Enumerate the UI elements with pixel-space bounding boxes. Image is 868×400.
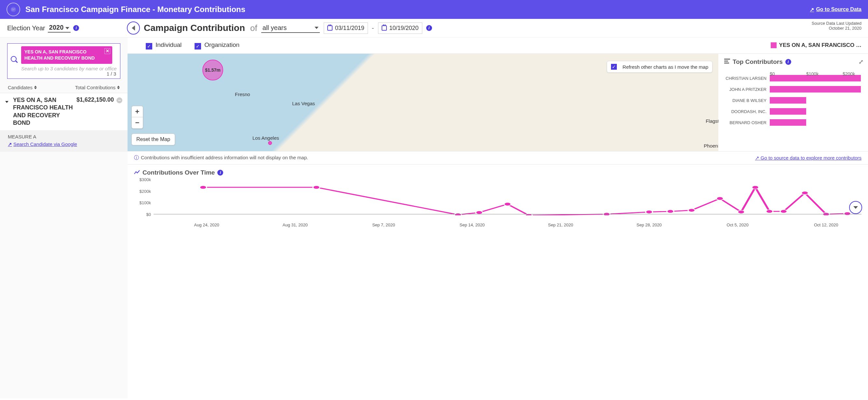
chevron-down-icon [65,27,69,29]
external-link-icon [810,6,814,13]
expand-row-icon[interactable] [5,98,10,104]
reset-map-button[interactable]: Reset the Map [131,134,175,145]
search-count: 1 / 3 [107,71,116,77]
organization-checkbox[interactable]: ✓Organization [194,41,240,50]
zoom-out-button[interactable]: − [132,117,143,128]
date-from-input[interactable]: 03/11/2019 [324,23,368,34]
sort-icon [117,86,120,89]
calendar-icon [382,25,387,31]
remove-candidate-button[interactable]: − [117,97,122,103]
map-label: Los Angeles [252,135,279,141]
zoom-in-button[interactable]: + [132,106,143,117]
svg-point-0 [200,186,207,189]
external-link-icon [755,155,760,161]
filter-subheader: Election Year 2020 i Campaign Contributi… [0,19,868,37]
info-outline-icon: ⓘ [134,155,139,160]
svg-point-8 [667,210,674,213]
svg-point-17 [844,212,851,215]
svg-point-9 [688,208,695,212]
svg-point-4 [504,202,511,205]
selected-candidate-chip: YES ON A, SAN FRANCISCO HEALTH AND RECOV… [21,46,112,64]
source-data-link[interactable]: Go to Source Data [810,6,862,13]
date-range-separator: - [372,24,374,32]
contributor-bar[interactable]: DOORDASH, INC. [724,108,862,115]
bar-chart-icon [724,58,730,65]
map-label: Fresno [235,91,250,97]
app-header: SF San Francisco Campaign Finance - Mone… [0,0,868,19]
svg-point-10 [716,197,723,200]
svg-point-12 [752,186,759,189]
contributions-time-chart: $0$100k$200k$300k Aug 24, 2020Aug 31, 20… [154,179,862,225]
candidate-table-header: Candidates Total Contributions [0,82,127,93]
info-icon[interactable]: i [426,25,432,31]
top-contributors-panel: Top Contributors i ⤢ $0$100k$200k CHRIST… [718,54,868,151]
campaign-contribution-heading: Campaign Contribution [144,23,245,33]
calendar-icon [327,25,333,31]
main-content: ✓Individual ✓Organization YES ON A, SAN … [127,37,868,398]
sort-candidates[interactable]: Candidates [8,85,37,90]
candidate-search-box[interactable]: YES ON A, SAN FRANCISCO HEALTH AND RECOV… [7,43,120,79]
sort-icon [34,86,37,89]
top-contributors-chart: $0$100k$200k CHRISTIAN LARSENJOHN A PRIT… [724,72,862,126]
city-seal-icon: SF [6,3,20,16]
svg-point-11 [738,210,744,214]
last-updated-meta: Source Data Last Updated October 21, 202… [812,21,862,31]
chevron-down-icon [854,206,858,209]
contribution-year-select[interactable]: all years [261,24,320,33]
map-bubble[interactable]: $1.57m [203,60,223,81]
legend-color-icon [771,42,777,48]
sidebar: YES ON A, SAN FRANCISCO HEALTH AND RECOV… [0,37,127,398]
map-bubble-small[interactable] [268,141,272,145]
collapse-section-button[interactable] [849,201,862,214]
expand-icon[interactable]: ⤢ [859,58,863,65]
election-year-select[interactable]: 2020 [48,24,71,33]
page-title: San Francisco Campaign Finance - Monetar… [25,5,810,14]
legend-item: YES ON A, SAN FRANCISCO … [771,42,862,49]
date-to-input[interactable]: 10/19/2020 [378,23,422,34]
arrow-left-icon [132,25,135,31]
chevron-down-icon [315,27,318,29]
back-button[interactable] [127,22,140,34]
contributions-map[interactable]: $1.57m Fresno Las Vegas Los Angeles Flag… [127,54,718,151]
map-label: Flagst [706,118,718,124]
contributions-over-time-section: Contributions Over Time i $0$100k$200k$3… [127,165,868,225]
svg-point-7 [646,210,653,214]
info-icon[interactable]: i [217,170,223,176]
map-footer: ⓘContributions with insufficient address… [127,151,868,165]
svg-point-14 [780,210,787,213]
type-filter-bar: ✓Individual ✓Organization YES ON A, SAN … [127,37,868,54]
svg-point-15 [801,191,808,195]
search-icon [11,56,19,64]
contributor-bar[interactable]: BERNARD OSHER [724,119,862,126]
explore-contributors-link[interactable]: Go to source data to explore more contri… [755,155,862,161]
svg-point-1 [313,186,320,189]
contributor-bar[interactable]: JOHN A PRITZKER [724,86,862,93]
candidate-detail: MEASURE A Search Candidate via Google [0,131,127,152]
svg-point-13 [766,210,773,213]
candidate-row[interactable]: YES ON A, SAN FRANCISCO HEALTH AND RECOV… [0,93,127,131]
info-icon[interactable]: i [73,25,79,31]
map-label: Phoeni [704,143,718,148]
info-icon[interactable]: i [785,59,791,65]
map-label: Las Vegas [292,101,315,106]
refresh-on-move-toggle[interactable]: ✓ Refresh other charts as I move the map [607,61,712,73]
individual-checkbox[interactable]: ✓Individual [146,41,182,50]
contributor-bar[interactable]: DIANE B WILSEY [724,97,862,104]
search-google-link[interactable]: Search Candidate via Google [8,141,77,147]
sort-contributions[interactable]: Total Contributions [75,85,120,90]
svg-point-3 [476,211,483,214]
contributor-bar[interactable]: CHRISTIAN LARSEN [724,75,862,82]
election-year-label: Election Year [7,24,45,32]
remove-chip-button[interactable]: ✕ [104,48,110,54]
map-zoom-control: + − [131,106,143,128]
trend-icon [134,169,140,176]
search-placeholder: Search up to 3 candidates by name or off… [21,66,117,72]
